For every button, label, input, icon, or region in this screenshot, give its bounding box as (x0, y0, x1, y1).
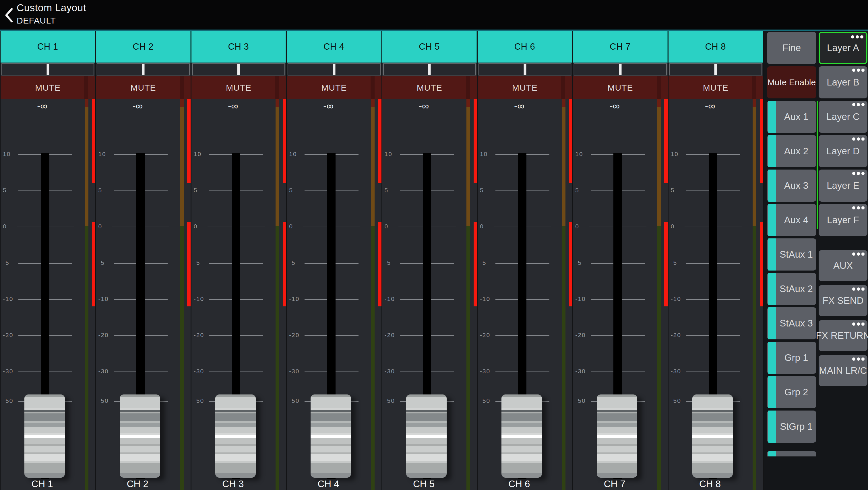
fader-handle[interactable] (311, 394, 351, 478)
layer-button-layer-d[interactable]: Layer D (818, 135, 867, 167)
side-button-grp-1[interactable]: Grp 1 (767, 342, 816, 374)
layer-button-layer-b[interactable]: Layer B (818, 66, 867, 98)
mute-button[interactable]: MUTE (287, 76, 381, 99)
side-button-label: MAIN LR/C (819, 365, 867, 376)
side-button-aux-2[interactable]: Aux 2 (767, 135, 816, 167)
mute-button-label: MUTE (321, 83, 347, 93)
layer-button-layer-c[interactable]: Layer C (818, 101, 867, 133)
meter-zone-bar (753, 99, 756, 490)
side-button-grp-2[interactable]: Grp 2 (767, 376, 816, 408)
mute-button[interactable]: MUTE (1, 76, 95, 99)
fader-value: -∞ (669, 100, 752, 111)
fader-handle[interactable] (501, 394, 542, 478)
meter-zone-red (657, 99, 661, 107)
channel-header[interactable]: CH 1 (1, 31, 95, 63)
mute-button-label: MUTE (608, 83, 633, 93)
side-button-fine[interactable]: Fine (767, 32, 816, 64)
side-button-label: Aux 2 (784, 146, 808, 157)
fader-value: -∞ (287, 100, 370, 111)
tick-label: 10 (671, 151, 679, 158)
side-button-partial[interactable] (767, 451, 816, 456)
tick-label: -10 (384, 295, 395, 302)
mute-button[interactable]: MUTE (477, 76, 572, 99)
side-button-label: StAux 1 (780, 249, 813, 260)
pan-slider[interactable] (670, 63, 762, 75)
side-button-aux-4[interactable]: Aux 4 (767, 204, 816, 236)
side-button-label: StAux 2 (780, 284, 813, 294)
pan-slider[interactable] (192, 63, 285, 75)
tick-label: -10 (575, 295, 586, 302)
mute-button[interactable]: MUTE (382, 76, 477, 99)
fader-handle[interactable] (692, 394, 733, 478)
channel-strip: CH 2 MUTE -∞ 1050-5-10-20-30-50 CH 2 (96, 31, 191, 490)
side-button-staux-1[interactable]: StAux 1 (767, 238, 816, 270)
meter-zone-red (85, 99, 88, 107)
tick-label: -50 (575, 397, 586, 404)
channel-header[interactable]: CH 6 (477, 31, 572, 63)
page-subtitle: DEFAULT (17, 14, 86, 27)
meter-red-segment-mid (187, 222, 190, 306)
more-dots-icon (852, 69, 865, 72)
side-button-aux-1[interactable]: Aux 1 (767, 101, 816, 133)
side-button-stgrp-1[interactable]: StGrp 1 (767, 411, 816, 443)
layer-button-layer-e[interactable]: Layer E (818, 169, 867, 202)
fader-handle[interactable] (597, 394, 637, 478)
mute-button[interactable]: MUTE (573, 76, 668, 99)
layer-button-layer-f[interactable]: Layer F (818, 204, 867, 236)
master-button-main-lr-c[interactable]: MAIN LR/C (818, 355, 867, 386)
pan-slider[interactable] (574, 63, 666, 75)
side-button-staux-3[interactable]: StAux 3 (767, 307, 816, 339)
channel-strip: CH 8 MUTE -∞ 1050-5-10-20-30-50 CH 8 (669, 31, 764, 490)
channel-name-label: CH 2 (96, 479, 179, 489)
fader-handle[interactable] (24, 394, 65, 478)
accent-bar (768, 376, 776, 408)
channel-header[interactable]: CH 7 (573, 31, 668, 63)
side-panel: Fine Mute Enable Aux 1 Aux 2 Aux 3 Aux 4… (764, 31, 868, 490)
channel-strip: CH 7 MUTE -∞ 1050-5-10-20-30-50 CH 7 (573, 31, 668, 490)
fader-handle[interactable] (120, 394, 160, 478)
back-chevron-icon[interactable] (4, 7, 13, 23)
tick-label: -30 (98, 368, 108, 375)
tick-label: -10 (194, 295, 204, 302)
channel-header[interactable]: CH 2 (96, 31, 190, 63)
side-button-label: Grp 2 (784, 387, 808, 398)
meter-zone-bar (466, 99, 470, 490)
pan-slider[interactable] (383, 63, 476, 75)
channel-header-label: CH 8 (705, 42, 726, 52)
main-area: CH 1 MUTE -∞ 1050-5-10-20-30-50 CH 1 (0, 31, 868, 490)
master-button-aux[interactable]: AUX (818, 250, 867, 281)
meter-zone-bar (85, 99, 88, 490)
fader-handle[interactable] (406, 394, 446, 478)
channel-header[interactable]: CH 8 (669, 31, 763, 63)
tick-label: -5 (289, 259, 296, 266)
mute-button[interactable]: MUTE (191, 76, 286, 99)
channel-name-label: CH 7 (573, 479, 656, 489)
pan-slider[interactable] (1, 63, 94, 75)
channel-name-label: CH 6 (477, 479, 561, 489)
channel-header[interactable]: CH 4 (287, 31, 381, 63)
channel-header[interactable]: CH 3 (191, 31, 286, 63)
layer-button-layer-a[interactable]: Layer A (818, 32, 867, 64)
pan-slider[interactable] (478, 63, 571, 75)
fader-handle[interactable] (215, 394, 256, 478)
tick-label: 10 (3, 151, 11, 158)
side-button-staux-2[interactable]: StAux 2 (767, 273, 816, 305)
side-button-mute-enable[interactable]: Mute Enable (767, 66, 816, 98)
tick-label: -10 (98, 295, 108, 302)
pan-slider[interactable] (97, 63, 189, 75)
mute-button[interactable]: MUTE (96, 76, 190, 99)
pan-center-tick (714, 64, 717, 75)
master-button-fx-return[interactable]: FX RETURN (818, 320, 867, 351)
pan-slider[interactable] (288, 63, 380, 75)
meter-zone-red (276, 99, 279, 107)
fader-area: -∞ 1050-5-10-20-30-50 CH 1 (1, 99, 95, 490)
tick-label: -50 (98, 397, 108, 404)
tick-label: 0 (289, 223, 293, 230)
tick-label: -30 (671, 368, 681, 375)
channel-header[interactable]: CH 5 (382, 31, 477, 63)
side-button-label: StAux 3 (780, 318, 813, 329)
mute-button[interactable]: MUTE (669, 76, 763, 99)
side-button-aux-3[interactable]: Aux 3 (767, 169, 816, 202)
side-button-label: Aux 3 (784, 180, 808, 191)
master-button-fx-send[interactable]: FX SEND (818, 285, 867, 316)
